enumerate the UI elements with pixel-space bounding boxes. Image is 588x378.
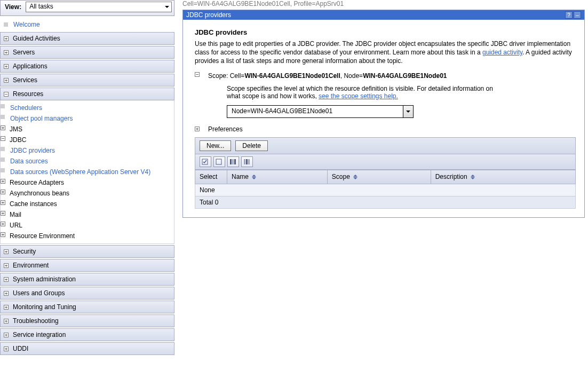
svg-rect-4: [234, 159, 236, 164]
nav-resource-adapters[interactable]: Resource Adapters: [1, 177, 174, 188]
nav-label: Data sources: [10, 158, 48, 165]
expand-icon[interactable]: [4, 36, 9, 41]
expand-icon[interactable]: [4, 64, 9, 69]
nav-label: UDDI: [13, 345, 28, 352]
nav-label: Asynchronous beans: [10, 190, 69, 197]
expand-icon[interactable]: [4, 333, 9, 337]
nav-label: Object pool managers: [10, 115, 73, 122]
nav-async-beans[interactable]: Asynchronous beans: [1, 188, 174, 199]
minimize-icon[interactable]: –: [574, 11, 581, 19]
expand-icon[interactable]: [1, 190, 5, 194]
svg-rect-3: [232, 159, 234, 164]
table-row-none: None: [195, 184, 576, 196]
view-select[interactable]: All tasks: [26, 2, 172, 12]
nav-servers[interactable]: Servers: [0, 46, 174, 59]
nav-guided-activities[interactable]: Guided Activities: [0, 32, 174, 45]
nav-label: Environment: [13, 262, 49, 269]
sort-icon[interactable]: [471, 172, 475, 182]
nav-schedulers[interactable]: Schedulers: [1, 103, 174, 113]
nav-label: JDBC providers: [10, 147, 55, 154]
nav-label: Schedulers: [10, 104, 42, 112]
nav-cache-instances[interactable]: Cache instances: [1, 199, 174, 209]
nav-mail[interactable]: Mail: [1, 209, 174, 220]
delete-button[interactable]: Delete: [235, 140, 268, 151]
nav-users-and-groups[interactable]: Users and Groups: [0, 287, 174, 300]
nav-applications[interactable]: Applications: [0, 60, 174, 73]
collapse-icon[interactable]: [195, 72, 200, 77]
bullet-icon: [4, 22, 8, 27]
expand-icon[interactable]: [1, 179, 5, 184]
col-select[interactable]: Select: [195, 170, 227, 184]
bullet-icon: [1, 115, 5, 119]
expand-icon[interactable]: [1, 211, 5, 216]
nav-url[interactable]: URL: [1, 220, 174, 231]
nav-troubleshooting[interactable]: Troubleshooting: [0, 314, 174, 327]
nav-monitoring-and-tuning[interactable]: Monitoring and Tuning: [0, 301, 174, 313]
nav-security[interactable]: Security: [0, 245, 174, 258]
sort-icon[interactable]: [252, 172, 256, 182]
bullet-icon: [1, 158, 5, 162]
page-description: Use this page to edit properties of a JD…: [195, 40, 576, 66]
nav-label: System administration: [13, 275, 76, 283]
expand-icon[interactable]: [4, 305, 9, 310]
nav-resource-environment[interactable]: Resource Environment: [1, 231, 174, 241]
scope-select[interactable]: Node=WIN-6A4GALG9BE1Node01: [227, 105, 414, 118]
deselect-all-icon[interactable]: [213, 156, 225, 167]
view-select-value: All tasks: [29, 3, 53, 10]
select-all-icon[interactable]: [200, 156, 211, 167]
nav-environment[interactable]: Environment: [0, 259, 174, 272]
col-scope[interactable]: Scope: [327, 170, 431, 184]
bullet-icon: [1, 104, 5, 108]
providers-table: Select Name Scope Description None Total…: [195, 170, 576, 209]
nav-resources[interactable]: Resources: [0, 88, 174, 100]
collapse-icon[interactable]: [4, 92, 9, 97]
filter-icon[interactable]: [227, 156, 239, 167]
nav-label: JDBC: [10, 136, 26, 144]
expand-icon[interactable]: [4, 346, 9, 351]
preferences-row[interactable]: Preferences: [195, 125, 576, 133]
new-button[interactable]: New...: [200, 140, 231, 151]
collapse-icon[interactable]: [1, 136, 5, 141]
expand-icon[interactable]: [4, 319, 9, 324]
nav-jdbc-datasources[interactable]: Data sources: [1, 156, 174, 167]
col-name[interactable]: Name: [227, 170, 328, 184]
expand-icon[interactable]: [195, 127, 200, 131]
nav-label: Mail: [10, 211, 21, 218]
guided-activity-link[interactable]: guided activity: [482, 49, 522, 56]
nav-uddi[interactable]: UDDI: [0, 342, 174, 355]
scope-help-link[interactable]: see the scope settings help.: [319, 92, 398, 100]
nav-jdbc-providers[interactable]: JDBC providers: [1, 145, 174, 156]
nav-label: Monitoring and Tuning: [13, 303, 76, 311]
clear-filter-icon[interactable]: [241, 156, 253, 167]
svg-rect-6: [246, 159, 248, 164]
sort-icon[interactable]: [353, 172, 357, 182]
col-description[interactable]: Description: [431, 170, 575, 184]
nav-label: URL: [10, 222, 22, 229]
expand-icon[interactable]: [1, 200, 5, 205]
preferences-label: Preferences: [208, 125, 243, 133]
expand-icon[interactable]: [4, 249, 9, 254]
expand-icon[interactable]: [4, 50, 9, 55]
expand-icon[interactable]: [1, 232, 5, 237]
expand-icon[interactable]: [1, 125, 5, 130]
nav-object-pool-managers[interactable]: Object pool managers: [1, 113, 174, 124]
nav-service-integration[interactable]: Service integration: [0, 328, 174, 341]
view-selector-row: View: All tasks: [0, 0, 174, 16]
expand-icon[interactable]: [4, 277, 9, 282]
help-icon[interactable]: ?: [565, 11, 573, 19]
nav-jms[interactable]: JMS: [1, 124, 174, 135]
nav-welcome[interactable]: Welcome: [0, 18, 174, 31]
nav-services[interactable]: Services: [0, 74, 174, 86]
expand-icon[interactable]: [1, 222, 5, 226]
nav-label: Cache instances: [10, 200, 57, 208]
expand-icon[interactable]: [4, 291, 9, 296]
expand-icon[interactable]: [4, 263, 9, 268]
nav-jdbc[interactable]: JDBC: [1, 135, 174, 145]
table-toolbar: [195, 154, 576, 170]
nav-system-administration[interactable]: System administration: [0, 273, 174, 286]
view-label: View:: [5, 3, 21, 11]
nav-label: Service integration: [13, 331, 66, 338]
expand-icon[interactable]: [4, 78, 9, 83]
nav-jdbc-datasources-v4[interactable]: Data sources (WebSphere Application Serv…: [1, 167, 174, 177]
svg-rect-7: [248, 159, 250, 164]
